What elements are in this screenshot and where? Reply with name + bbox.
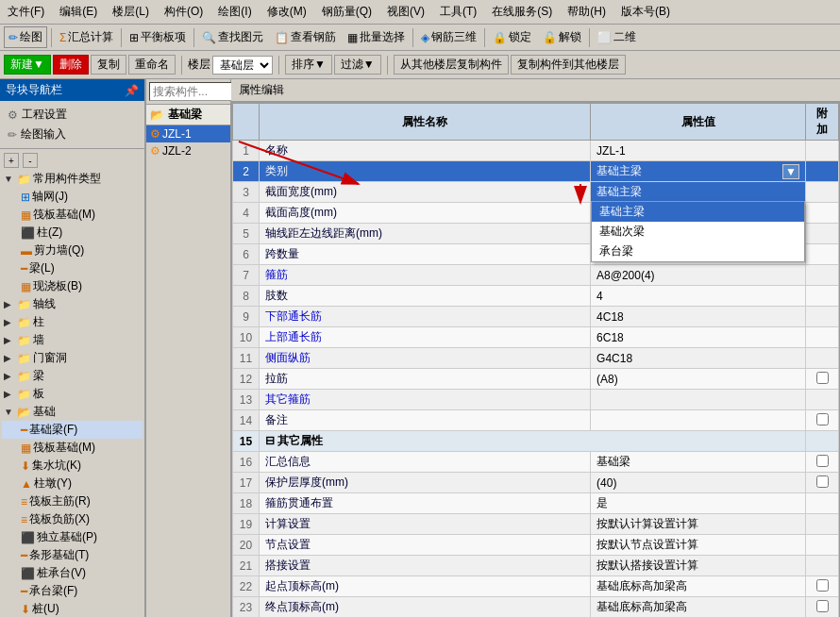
prop-value-11[interactable]: G4C18 (591, 348, 806, 369)
menu-draw[interactable]: 绘图(I) (214, 2, 255, 22)
tree-pile-item[interactable]: ⬇ 桩(U) (2, 600, 143, 617)
prop-value-16[interactable]: 基础梁 (591, 452, 806, 473)
copy-to-floor-button[interactable]: 复制构件到其他楼层 (511, 55, 626, 75)
prop-value-20[interactable]: 按默认节点设置计算 (591, 535, 806, 556)
tree-pit-item[interactable]: ⬇ 集水坑(K) (2, 457, 143, 475)
menu-online[interactable]: 在线服务(S) (488, 2, 556, 22)
dropdown-option-2[interactable]: 基础次梁 (592, 222, 804, 242)
tree-pile-cap-item[interactable]: ⬛ 桩承台(V) (2, 564, 143, 582)
tree-axis-item[interactable]: ⊞ 轴网(J) (2, 188, 143, 206)
tree-raft-item[interactable]: ▦ 筏板基础(M) (2, 206, 143, 224)
tree-indep-item[interactable]: ⬛ 独立基础(P) (2, 528, 143, 546)
sort-button[interactable]: 排序▼ (285, 55, 332, 75)
menu-file[interactable]: 文件(F) (4, 2, 48, 22)
menu-rebar[interactable]: 钢筋量(Q) (318, 2, 376, 22)
dropdown-option-1[interactable]: 基础主梁 (592, 202, 804, 222)
menu-tools[interactable]: 工具(T) (436, 2, 480, 22)
tree-raft-neg-item[interactable]: ≡ 筏板负筋(X) (2, 510, 143, 528)
floor-select[interactable]: 基础层 (212, 56, 273, 75)
tree-shear-wall-item[interactable]: ▬ 剪力墙(Q) (2, 242, 143, 259)
rename-button[interactable]: 重命名 (128, 55, 176, 75)
component-jzl2-item[interactable]: ⚙ JZL-2 (146, 142, 230, 159)
tree-beam-item[interactable]: ━ 梁(L) (2, 259, 143, 277)
tree-slab-section[interactable]: ▶ 📁 板 (2, 385, 143, 403)
dropdown-arrow-2[interactable]: ▼ (782, 164, 799, 179)
toolbar-3d-btn[interactable]: ◈ 钢筋三维 (417, 27, 480, 47)
delete-button[interactable]: 删除 (53, 55, 89, 75)
prop-value-10[interactable]: 6C18 (591, 327, 806, 348)
checkbox-22[interactable] (816, 579, 829, 592)
prop-value-17[interactable]: (40) (591, 473, 806, 493)
tree-foundation-section[interactable]: ▼ 📂 基础 (2, 403, 143, 421)
menu-version[interactable]: 版本号(B) (617, 2, 674, 22)
prop-add-17[interactable] (806, 473, 839, 493)
tree-col-cap-item[interactable]: ▲ 柱墩(Y) (2, 475, 143, 492)
drawing-input-item[interactable]: ✏ 绘图输入 (4, 125, 141, 144)
toolbar-balance-btn[interactable]: ⊞ 平衡板项 (126, 27, 190, 47)
expand-all-btn[interactable]: + (4, 153, 19, 168)
tree-column-item[interactable]: ⬛ 柱(Z) (2, 224, 143, 242)
menu-edit[interactable]: 编辑(E) (56, 2, 101, 22)
menu-component[interactable]: 构件(O) (160, 2, 207, 22)
prop-add-12[interactable] (806, 369, 839, 390)
toolbar-lock-btn[interactable]: 🔒 锁定 (489, 27, 535, 47)
toolbar-unlock-btn[interactable]: 🔓 解锁 (539, 27, 585, 47)
prop-value-9[interactable]: 4C18 (591, 307, 806, 327)
component-jzl1-item[interactable]: ⚙ JZL-1 (146, 125, 230, 142)
prop-add-14[interactable] (806, 410, 839, 431)
tree-col-section[interactable]: ▶ 📁 柱 (2, 313, 143, 331)
tree-common-section[interactable]: ▼ 📁 常用构件类型 (2, 170, 143, 188)
prop-value-21[interactable]: 按默认搭接设置计算 (591, 556, 806, 576)
copy-button[interactable]: 复制 (91, 55, 126, 75)
prop-add-16[interactable] (806, 452, 839, 473)
checkbox-14[interactable] (816, 413, 829, 425)
checkbox-17[interactable] (816, 475, 829, 488)
toolbar-draw-btn[interactable]: ✏ 绘图 (4, 26, 47, 48)
menu-floor[interactable]: 楼层(L) (109, 2, 153, 22)
collapse-all-btn[interactable]: - (23, 153, 38, 168)
prop-value-12[interactable]: (A8) (591, 369, 806, 390)
toolbar-2d-btn[interactable]: ⬜ 二维 (594, 27, 640, 47)
prop-value-7[interactable]: A8@200(4) (591, 265, 806, 286)
dropdown-value-3[interactable]: 基础主梁 (591, 182, 805, 202)
prop-add-23[interactable] (806, 597, 839, 618)
toolbar-find-btn[interactable]: 🔍 查找图元 (198, 27, 267, 47)
tree-cap-beam-item[interactable]: ━ 承台梁(F) (2, 582, 143, 600)
prop-value-23[interactable]: 基础底标高加梁高 (591, 597, 806, 618)
copy-from-floor-button[interactable]: 从其他楼层复制构件 (394, 55, 509, 75)
prop-value-22[interactable]: 基础底标高加梁高 (591, 576, 806, 597)
dropdown-option-3[interactable]: 承台梁 (592, 242, 804, 261)
menu-help[interactable]: 帮助(H) (563, 2, 610, 22)
toolbar-batch-select-btn[interactable]: ▦ 批量选择 (344, 27, 409, 47)
tree-axis-section[interactable]: ▶ 📁 轴线 (2, 295, 143, 313)
dropdown-cell-2[interactable]: 基础主梁 ▼ (596, 163, 799, 179)
toolbar-calc-btn[interactable]: Σ 汇总计算 (56, 27, 117, 47)
project-settings-item[interactable]: ⚙ 工程设置 (4, 105, 141, 125)
pin-icon[interactable]: 📌 (125, 84, 139, 97)
tree-slab-item[interactable]: ▦ 现浇板(B) (2, 277, 143, 295)
prop-value-8[interactable]: 4 (591, 286, 806, 307)
prop-row-2[interactable]: 2 类别 基础主梁 ▼ (233, 161, 839, 182)
tree-raft-rebar-item[interactable]: ≡ 筏板主筋(R) (2, 492, 143, 510)
prop-value-18[interactable]: 是 (591, 493, 806, 514)
prop-value-13[interactable] (591, 390, 806, 410)
tree-raft2-item[interactable]: ▦ 筏板基础(M) (2, 439, 143, 457)
dropdown-popup-3[interactable]: 基础主梁 基础次梁 承台梁 (591, 201, 805, 262)
prop-value-2[interactable]: 基础主梁 ▼ (591, 161, 806, 182)
section-minus-icon[interactable]: ⊟ (265, 434, 275, 447)
prop-value-1[interactable]: JZL-1 (591, 141, 806, 161)
new-button[interactable]: 新建▼ (4, 55, 51, 75)
prop-add-22[interactable] (806, 576, 839, 597)
prop-value-14[interactable] (591, 410, 806, 431)
checkbox-12[interactable] (816, 372, 829, 384)
component-tree[interactable]: + - ▼ 📁 常用构件类型 ⊞ 轴网(J) ▦ 筏板基础(M) (0, 149, 144, 617)
menu-view[interactable]: 视图(V) (383, 2, 428, 22)
checkbox-16[interactable] (816, 455, 829, 467)
toolbar-view-rebar-btn[interactable]: 📋 查看钢筋 (271, 27, 340, 47)
menu-modify[interactable]: 修改(M) (263, 2, 311, 22)
tree-beam-section[interactable]: ▶ 📁 梁 (2, 367, 143, 385)
prop-value-19[interactable]: 按默认计算设置计算 (591, 514, 806, 535)
checkbox-23[interactable] (816, 600, 829, 612)
tree-foundation-beam-item[interactable]: ━ 基础梁(F) (2, 421, 143, 439)
filter-button[interactable]: 过滤▼ (334, 55, 381, 75)
